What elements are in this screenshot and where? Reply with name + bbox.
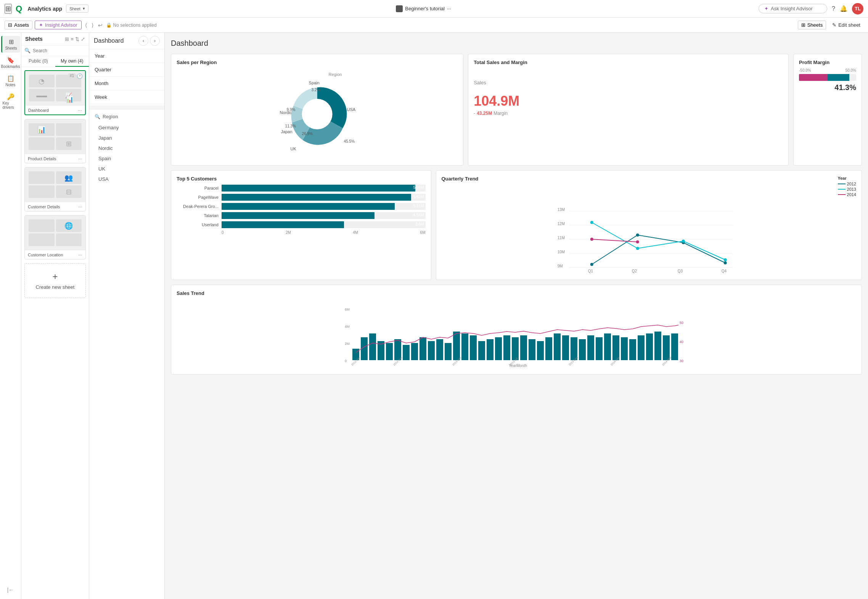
top-navbar: ⊞ Q Analytics app Sheet ▾ Beginner's tut… bbox=[0, 0, 868, 18]
total-sales-sub: - 43.25M Margin bbox=[474, 111, 783, 116]
forward-icon[interactable]: ⟩ bbox=[90, 21, 95, 29]
sheet-more-dashboard[interactable]: ··· bbox=[78, 107, 82, 113]
search-input[interactable] bbox=[33, 48, 89, 53]
tutorial-button[interactable]: Beginner's tutorial ··· bbox=[396, 5, 451, 12]
filter-quarter[interactable]: Quarter bbox=[89, 63, 164, 77]
svg-text:USA: USA bbox=[347, 107, 356, 112]
bar-label-pagewave: PageWave bbox=[177, 195, 219, 200]
nav-arrows: ‹ › bbox=[138, 36, 160, 46]
filter-month[interactable]: Month bbox=[89, 77, 164, 90]
edit-sheet-button[interactable]: ✎ Edit sheet bbox=[829, 21, 863, 29]
toolbar-left: ⊟ Assets ✦ Insight Advisor ⟨ ⟩ ↩ 🔒 No se… bbox=[5, 21, 157, 29]
nav-next-btn[interactable]: › bbox=[150, 36, 160, 46]
filter-nordic[interactable]: Nordic bbox=[89, 143, 164, 153]
sheet-more-location[interactable]: ··· bbox=[78, 252, 82, 258]
profit-margin-title: Profit Margin bbox=[799, 60, 856, 65]
sheet-name-customer: Customer Details bbox=[28, 204, 60, 209]
sheet-item-customer-details[interactable]: 👥 ⊟ Customer Details ··· bbox=[24, 167, 86, 211]
svg-point-29 bbox=[723, 261, 727, 264]
sheet-item-dashboard[interactable]: #1 🕐 ◔ ▬▬ 📈 📊 Dashboard ··· bbox=[24, 70, 86, 115]
sheet-more-customer[interactable]: ··· bbox=[78, 204, 82, 209]
thumb-cell-1: ◔ bbox=[29, 75, 55, 87]
no-selections-label: No selections applied bbox=[113, 23, 157, 28]
clock-icon: 🕐 bbox=[77, 73, 83, 79]
back-icon[interactable]: ⟨ bbox=[84, 21, 88, 29]
insight-advisor-tab[interactable]: ✦ Insight Advisor bbox=[35, 21, 82, 29]
quarterly-svg: 9M 10M 11M 12M 13M Q1 Q2 Q3 Q4 bbox=[442, 197, 857, 273]
sort-btn[interactable]: ⇅ bbox=[75, 36, 79, 42]
pm-scale: -50.0% 50.0% bbox=[799, 68, 856, 72]
filter-year[interactable]: Year bbox=[89, 49, 164, 63]
app-name: Analytics app bbox=[27, 6, 62, 12]
svg-text:2M: 2M bbox=[345, 342, 350, 346]
sidebar-item-bookmarks[interactable]: 🔖 Bookmarks bbox=[1, 54, 20, 71]
sheet-more-product[interactable]: ··· bbox=[78, 156, 82, 161]
filter-week[interactable]: Week bbox=[89, 90, 164, 104]
svg-text:11.3%: 11.3% bbox=[285, 124, 296, 128]
grid-view-btn[interactable]: ⊞ bbox=[65, 36, 69, 42]
filter-usa[interactable]: USA bbox=[89, 174, 164, 184]
sheets-button[interactable]: ⊞ Sheets bbox=[798, 21, 826, 29]
bar-chart: Paracel 5.69M PageWave 5.63M bbox=[177, 185, 426, 235]
sales-label: Sales bbox=[474, 80, 783, 85]
filter-germany[interactable]: Germany bbox=[89, 122, 164, 133]
svg-point-34 bbox=[590, 238, 593, 241]
sidebar-item-key-drivers[interactable]: 🔑 Key drivers bbox=[1, 91, 20, 112]
sheet-dropdown-label: Sheet bbox=[69, 6, 80, 11]
thumb-prod-2 bbox=[56, 123, 82, 136]
create-sheet-item[interactable]: + Create new sheet bbox=[24, 263, 86, 298]
sidebar-item-notes[interactable]: 📋 Notes bbox=[1, 72, 20, 89]
sheet-item-customer-location[interactable]: 🌐 Customer Location ··· bbox=[24, 215, 86, 259]
pm-value: 41.3% bbox=[799, 83, 856, 92]
undo-icon[interactable]: ↩ bbox=[97, 21, 104, 29]
panel-nav: Dashboard ‹ › bbox=[89, 33, 164, 49]
thumb-cust-2: 👥 bbox=[56, 171, 82, 184]
svg-text:Japan: Japan bbox=[281, 129, 293, 134]
svg-text:Q4: Q4 bbox=[721, 269, 727, 273]
svg-rect-61 bbox=[503, 335, 510, 360]
create-sheet-label: Create new sheet bbox=[36, 284, 75, 290]
svg-point-27 bbox=[636, 233, 639, 237]
svg-point-1 bbox=[302, 99, 333, 129]
filter-japan[interactable]: Japan bbox=[89, 133, 164, 143]
assets-button[interactable]: ⊟ Assets bbox=[5, 21, 32, 29]
total-sales-title: Total Sales and Margin bbox=[474, 60, 783, 65]
bell-icon[interactable]: 🔔 bbox=[840, 5, 847, 12]
help-icon[interactable]: ? bbox=[832, 5, 835, 12]
search-box: 🔍 bbox=[21, 45, 89, 56]
svg-rect-52 bbox=[428, 341, 435, 360]
svg-rect-66 bbox=[545, 337, 552, 360]
sheets-panel-title: Sheets bbox=[25, 36, 43, 42]
sheet-item-product-details[interactable]: 📊 ⊞ Product Details ··· bbox=[24, 119, 86, 163]
bar-track-pagewave: 5.63M bbox=[222, 194, 426, 201]
sidebar-collapse-btn[interactable]: |← bbox=[5, 585, 16, 595]
user-avatar[interactable]: TL bbox=[852, 3, 863, 14]
svg-point-32 bbox=[682, 240, 685, 243]
ask-insight-advisor-btn[interactable]: ✦ Ask Insight Advisor bbox=[759, 4, 827, 13]
profit-margin-card: Profit Margin -50.0% 50.0% 41.3% bbox=[793, 54, 862, 166]
svg-rect-63 bbox=[520, 335, 527, 360]
pm-bar bbox=[799, 74, 856, 81]
tab-public[interactable]: Public (0) bbox=[21, 56, 55, 67]
sheet-dropdown[interactable]: Sheet ▾ bbox=[66, 5, 88, 13]
dashboard-nav-title: Dashboard bbox=[94, 37, 124, 44]
margin-value: 43.25M bbox=[477, 111, 492, 116]
expand-btn[interactable]: ⤢ bbox=[81, 36, 85, 42]
thumb-prod-4: ⊞ bbox=[56, 137, 82, 150]
list-view-btn[interactable]: ≡ bbox=[71, 36, 74, 42]
filter-uk[interactable]: UK bbox=[89, 164, 164, 174]
svg-rect-51 bbox=[420, 337, 426, 360]
svg-rect-77 bbox=[638, 335, 645, 360]
thumb-cell-3: ▬▬ bbox=[29, 89, 55, 101]
thumb-cust-3 bbox=[29, 185, 55, 198]
nav-prev-btn[interactable]: ‹ bbox=[138, 36, 148, 46]
top5-title: Top 5 Customers bbox=[177, 176, 426, 182]
assets-label: Assets bbox=[14, 22, 29, 28]
margin-label: Margin bbox=[493, 111, 508, 116]
tab-my-own[interactable]: My own (4) bbox=[55, 56, 89, 67]
grid-menu-icon[interactable]: ⊞ bbox=[5, 4, 12, 14]
filter-panel: Dashboard ‹ › Year Quarter Month Week 🔍 … bbox=[89, 33, 165, 599]
sidebar-item-sheets[interactable]: ⊞ Sheets bbox=[1, 36, 20, 53]
insight-sparkle-icon: ✦ bbox=[39, 22, 43, 28]
filter-spain[interactable]: Spain bbox=[89, 153, 164, 164]
